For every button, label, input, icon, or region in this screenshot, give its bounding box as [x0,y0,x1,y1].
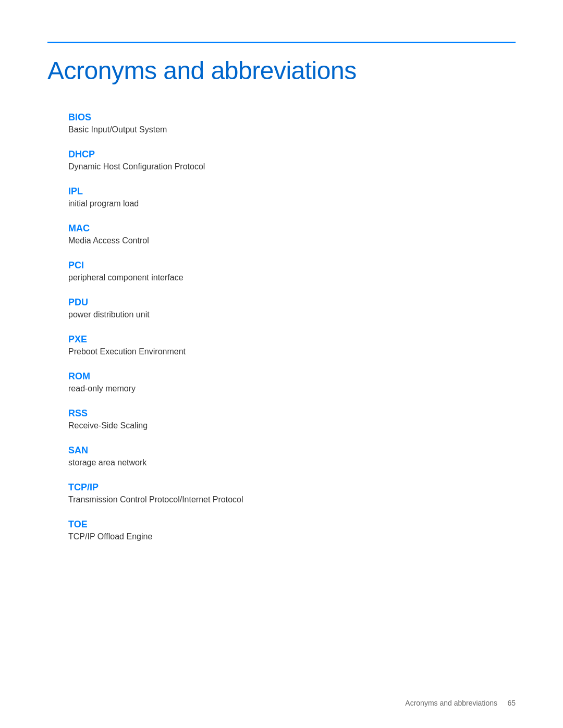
list-item: TCP/IPTransmission Control Protocol/Inte… [68,482,516,504]
page-title: Acronyms and abbreviations [47,56,516,86]
acronym-definition: Media Access Control [68,236,516,245]
acronym-definition: Transmission Control Protocol/Internet P… [68,495,516,504]
acronym-definition: TCP/IP Offload Engine [68,532,516,541]
acronym-term: TCP/IP [68,482,516,493]
list-item: MACMedia Access Control [68,223,516,245]
acronym-definition: Dynamic Host Configuration Protocol [68,162,516,171]
acronyms-list: BIOSBasic Input/Output SystemDHCPDynamic… [47,112,516,541]
list-item: DHCPDynamic Host Configuration Protocol [68,149,516,171]
acronym-term: ROM [68,371,516,382]
page-footer: Acronyms and abbreviations 65 [405,699,516,707]
list-item: TOETCP/IP Offload Engine [68,519,516,541]
list-item: PDUpower distribution unit [68,297,516,319]
acronym-definition: Basic Input/Output System [68,125,516,134]
list-item: SANstorage area network [68,445,516,467]
acronym-definition: storage area network [68,458,516,467]
acronym-definition: power distribution unit [68,310,516,319]
acronym-term: PCI [68,260,516,271]
acronym-definition: peripheral component interface [68,273,516,282]
page: Acronyms and abbreviations BIOSBasic Inp… [0,0,563,728]
acronym-term: SAN [68,445,516,456]
acronym-definition: Preboot Execution Environment [68,347,516,356]
list-item: PCIperipheral component interface [68,260,516,282]
acronym-definition: Receive-Side Scaling [68,421,516,430]
footer-separator [499,699,506,707]
page-number: 65 [507,699,516,707]
acronym-term: IPL [68,186,516,197]
acronym-term: TOE [68,519,516,530]
list-item: ROMread-only memory [68,371,516,393]
footer-text: Acronyms and abbreviations [405,699,497,707]
acronym-definition: initial program load [68,199,516,208]
acronym-term: RSS [68,408,516,419]
acronym-term: PDU [68,297,516,308]
acronym-definition: read-only memory [68,384,516,393]
acronym-term: MAC [68,223,516,234]
list-item: BIOSBasic Input/Output System [68,112,516,134]
list-item: RSSReceive-Side Scaling [68,408,516,430]
list-item: IPLinitial program load [68,186,516,208]
acronym-term: BIOS [68,112,516,123]
acronym-term: PXE [68,334,516,345]
top-border [47,42,516,43]
acronym-term: DHCP [68,149,516,160]
list-item: PXEPreboot Execution Environment [68,334,516,356]
